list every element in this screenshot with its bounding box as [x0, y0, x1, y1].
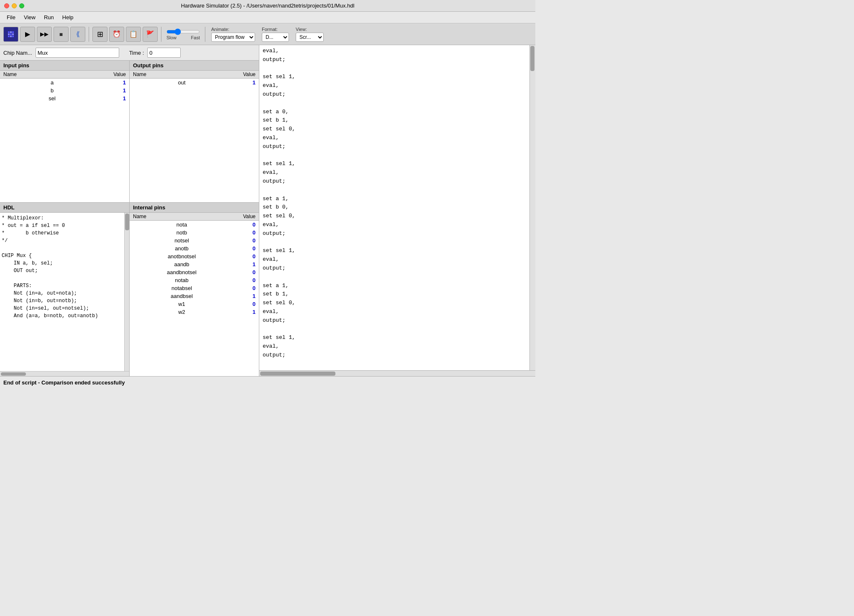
chip-name-input[interactable] — [36, 48, 119, 58]
internal-pin-value-notb: 0 — [230, 229, 256, 236]
internal-pin-w1: w1 0 — [130, 300, 259, 308]
hdl-scrollbar-thumb — [125, 214, 129, 230]
internal-pin-name-notsel: notsel — [133, 237, 230, 244]
pin-value-b: 1 — [101, 87, 126, 94]
hdl-line — [2, 244, 123, 252]
menu-help[interactable]: Help — [59, 13, 77, 21]
chips-button[interactable]: ⊞ — [92, 27, 107, 42]
internal-pin-name-nota: nota — [133, 221, 230, 228]
internal-pin-value-w2: 1 — [230, 309, 256, 315]
script-body[interactable]: eval,output; set sel 1,eval,output; set … — [259, 45, 535, 370]
rewind-button[interactable]: ⟪ — [70, 27, 85, 42]
speed-slow-label: Slow — [166, 35, 176, 40]
internal-pin-value-nota: 0 — [230, 221, 256, 228]
internal-pin-notb: notb 0 — [130, 229, 259, 237]
speed-slider[interactable] — [166, 28, 200, 35]
separator-2 — [161, 27, 161, 42]
animate-label: Animate: — [211, 27, 229, 32]
pins-area: Input pins Name Value a 1 b 1 sel — [0, 61, 259, 203]
internal-pin-name-w1: w1 — [133, 301, 230, 307]
internal-pin-aandbnotsel: aandbnotsel 0 — [130, 268, 259, 276]
menu-run[interactable]: Run — [41, 13, 57, 21]
internal-pin-value-aandbnotsel: 0 — [230, 269, 256, 275]
script-icon: 📋 — [129, 30, 138, 38]
close-button[interactable] — [4, 3, 9, 8]
pin-row-b: b 1 — [0, 87, 129, 94]
stop-button[interactable]: ■ — [54, 27, 69, 42]
chips-icon: ⊞ — [97, 30, 103, 39]
animate-select[interactable]: Program flow No animation Full animation — [211, 33, 255, 42]
hdl-line: PARTS: — [2, 282, 123, 290]
script-line-8: set b 1, — [263, 116, 529, 125]
script-horizontal-scrollbar[interactable] — [259, 370, 535, 376]
hdl-hscrollbar-thumb — [1, 372, 26, 376]
hdl-line: Not (in=sel, out=notsel); — [2, 305, 123, 312]
title-bar: Hardware Simulator (2.5) - /Users/naver/… — [0, 0, 535, 12]
time-input[interactable] — [147, 48, 181, 58]
input-pins-body: a 1 b 1 sel 1 — [0, 79, 129, 202]
internal-pin-anotb: anotb 0 — [130, 244, 259, 252]
script-line-1: output; — [263, 56, 529, 64]
script-line-18: set b 0, — [263, 203, 529, 212]
fast-forward-button[interactable]: ▶▶ — [37, 27, 52, 42]
format-select[interactable]: D... Binary Hex — [262, 33, 289, 42]
status-bar: End of script - Comparison ended success… — [0, 376, 535, 389]
pin-name-sel: sel — [3, 95, 101, 102]
internal-pin-notab: notab 0 — [130, 276, 259, 284]
format-label: Format: — [262, 27, 278, 32]
clock-button[interactable]: ⏰ — [109, 27, 124, 42]
maximize-button[interactable] — [19, 3, 24, 8]
menu-bar: File View Run Help — [0, 12, 535, 23]
input-pins-col-header: Name Value — [0, 71, 129, 79]
minimize-button[interactable] — [12, 3, 17, 8]
speed-fast-label: Fast — [191, 35, 200, 40]
script-line-2 — [263, 64, 529, 73]
hdl-header: HDL — [0, 203, 129, 213]
script-line-32 — [263, 325, 529, 334]
input-pins-panel: Input pins Name Value a 1 b 1 sel — [0, 61, 130, 202]
animate-control: Animate: Program flow No animation Full … — [211, 27, 255, 42]
speed-control: Slow Fast — [166, 28, 200, 40]
script-line-0: eval, — [263, 47, 529, 56]
internal-pin-value-aandbsel: 1 — [230, 293, 256, 299]
main-content: Chip Nam... Time : Input pins Name Value… — [0, 45, 535, 376]
hdl-horizontal-scrollbar[interactable] — [0, 371, 129, 376]
compare-button[interactable]: 🚩 — [143, 27, 158, 42]
internal-pins-header: Internal pins — [130, 203, 259, 213]
script-line-12 — [263, 151, 529, 160]
view-label: View: — [296, 27, 307, 32]
internal-pin-notabsel: notabsel 0 — [130, 284, 259, 292]
internal-pin-name-w2: w2 — [133, 309, 230, 315]
output-pins-col-header: Name Value — [130, 71, 259, 79]
step-button[interactable]: ▶ — [20, 27, 35, 42]
window-title: Hardware Simulator (2.5) - /Users/naver/… — [181, 3, 355, 9]
input-col-value: Value — [101, 71, 126, 77]
menu-view[interactable]: View — [20, 13, 39, 21]
view-control: View: Scr... Script Output — [296, 27, 324, 42]
view-select[interactable]: Scr... Script Output — [296, 33, 324, 42]
script-line-28: set b 1, — [263, 290, 529, 299]
hdl-scroll-area: * Multiplexor: * out = a if sel == 0 * b… — [0, 213, 129, 371]
input-col-name: Name — [3, 71, 101, 77]
chip-icon-button[interactable] — [3, 27, 18, 42]
traffic-lights — [4, 3, 24, 8]
pin-value-a: 1 — [101, 79, 126, 86]
internal-pin-name-aandbsel: aandbsel — [133, 293, 230, 299]
pin-value-sel: 1 — [101, 95, 126, 102]
script-line-4: eval, — [263, 81, 529, 90]
internal-pin-name-anotbnotsel: anotbnotsel — [133, 253, 230, 260]
hdl-line: IN a, b, sel; — [2, 260, 123, 267]
script-line-11: output; — [263, 143, 529, 151]
hdl-line: And (a=a, b=notb, out=anotb) — [2, 312, 123, 320]
script-vertical-scrollbar[interactable] — [529, 45, 535, 370]
separator-1 — [89, 27, 89, 42]
hdl-line: * out = a if sel == 0 — [2, 222, 123, 229]
internal-pin-w2: w2 1 — [130, 308, 259, 316]
script-line-31: output; — [263, 316, 529, 325]
internal-pin-value-w1: 0 — [230, 301, 256, 307]
script-button[interactable]: 📋 — [126, 27, 141, 42]
script-line-26 — [263, 273, 529, 282]
menu-file[interactable]: File — [3, 13, 19, 21]
hdl-vertical-scrollbar[interactable] — [124, 213, 129, 371]
separator-3 — [205, 27, 205, 42]
